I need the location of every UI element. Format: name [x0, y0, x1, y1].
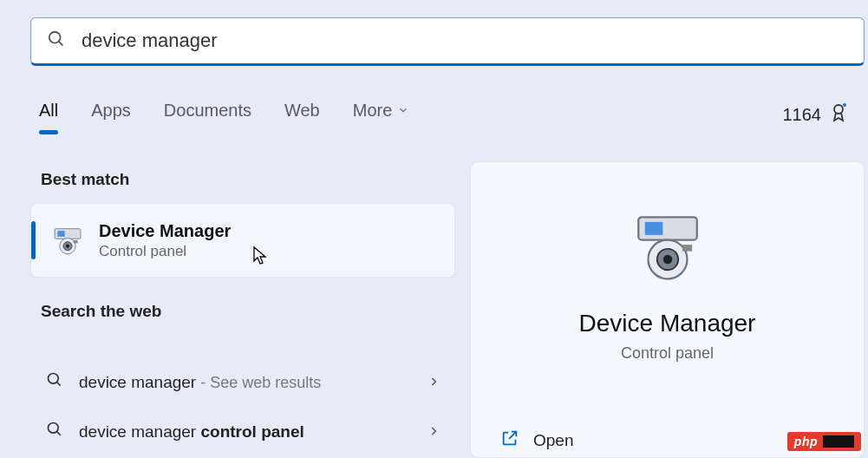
web-result-2[interactable]: device manager control panel — [30, 407, 455, 456]
rewards-points: 1164 — [783, 105, 822, 125]
device-manager-icon — [50, 223, 85, 258]
best-match-heading: Best match — [30, 170, 455, 203]
medal-icon — [828, 102, 849, 128]
tab-more[interactable]: More — [353, 101, 410, 133]
search-input[interactable] — [66, 29, 848, 52]
tab-all[interactable]: All — [39, 101, 58, 133]
best-match-result[interactable]: Device Manager Control panel — [30, 203, 455, 278]
svg-line-1 — [59, 42, 63, 46]
tab-web[interactable]: Web — [284, 101, 320, 133]
chevron-right-icon — [427, 422, 440, 442]
open-action[interactable]: Open — [500, 429, 573, 452]
best-match-title: Device Manager — [99, 221, 231, 241]
rewards-counter[interactable]: 1164 — [783, 102, 850, 128]
preview-subtitle: Control panel — [621, 344, 714, 363]
svg-rect-19 — [682, 245, 691, 252]
open-label: Open — [533, 431, 573, 450]
svg-point-2 — [834, 105, 843, 114]
chevron-down-icon — [397, 101, 409, 121]
best-match-subtitle: Control panel — [99, 243, 231, 260]
search-bar[interactable] — [30, 17, 865, 66]
tab-apps[interactable]: Apps — [91, 101, 131, 133]
search-icon — [46, 371, 63, 393]
open-external-icon — [500, 429, 519, 452]
watermark-badge: php — [787, 432, 861, 451]
chevron-right-icon — [427, 373, 440, 392]
svg-point-3 — [843, 103, 846, 107]
search-icon — [46, 421, 63, 442]
svg-line-13 — [57, 432, 61, 435]
tab-more-label: More — [353, 101, 393, 121]
svg-rect-9 — [74, 240, 78, 243]
svg-rect-5 — [57, 231, 64, 237]
svg-point-0 — [49, 32, 61, 43]
web-result-text: device manager - See web results — [79, 373, 321, 392]
device-manager-icon — [629, 207, 707, 285]
cursor-icon — [252, 245, 270, 270]
preview-panel: Device Manager Control panel Open — [470, 161, 865, 458]
tab-documents[interactable]: Documents — [164, 101, 251, 133]
svg-point-10 — [49, 374, 59, 384]
svg-line-11 — [57, 383, 61, 386]
preview-title: Device Manager — [579, 310, 756, 337]
search-icon — [47, 29, 66, 52]
svg-point-8 — [66, 245, 69, 248]
results-column: Best match Device Manager Control panel … — [30, 170, 455, 456]
web-result-1[interactable]: device manager - See web results — [30, 357, 455, 407]
svg-point-12 — [49, 423, 59, 434]
web-result-text: device manager control panel — [79, 422, 304, 442]
filter-tabs: All Apps Documents Web More — [39, 101, 868, 133]
svg-rect-15 — [644, 222, 662, 235]
search-web-heading: Search the web — [30, 278, 455, 335]
svg-point-18 — [662, 255, 672, 265]
